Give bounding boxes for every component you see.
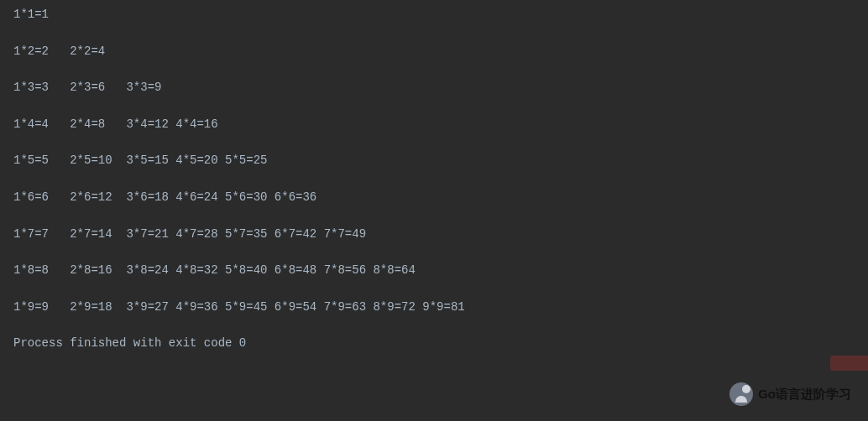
watermark-text: Go语言进阶学习 xyxy=(758,387,851,403)
output-row: 1*1=1 xyxy=(13,7,855,23)
output-row: 1*5=5 2*5=10 3*5=15 4*5=20 5*5=25 xyxy=(13,153,855,169)
console-output: 1*1=1 1*2=2 2*2=4 1*3=3 2*3=6 3*3=9 1*4=… xyxy=(13,7,855,352)
output-row: 1*7=7 2*7=14 3*7=21 4*7=28 5*7=35 6*7=42… xyxy=(13,226,855,243)
process-status: Process finished with exit code 0 xyxy=(13,335,855,352)
wechat-icon xyxy=(729,382,753,406)
output-row: 1*3=3 2*3=6 3*3=9 xyxy=(13,80,855,96)
overlay-badge xyxy=(830,356,868,371)
output-row: 1*6=6 2*6=12 3*6=18 4*6=24 5*6=30 6*6=36 xyxy=(13,190,855,206)
output-row: 1*9=9 2*9=18 3*9=27 4*9=36 5*9=45 6*9=54… xyxy=(13,299,855,316)
watermark: Go语言进阶学习 xyxy=(729,382,851,406)
output-row: 1*2=2 2*2=4 xyxy=(13,44,855,60)
output-row: 1*8=8 2*8=16 3*8=24 4*8=32 5*8=40 6*8=48… xyxy=(13,262,855,279)
output-row: 1*4=4 2*4=8 3*4=12 4*4=16 xyxy=(13,117,855,133)
